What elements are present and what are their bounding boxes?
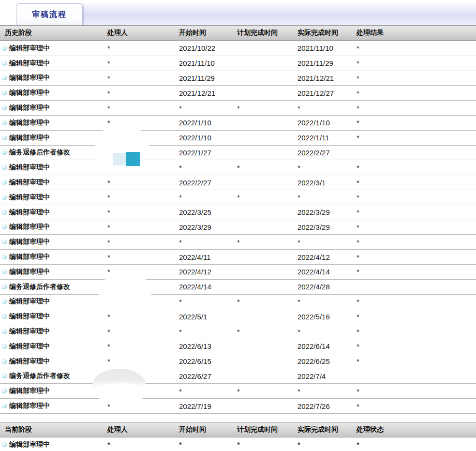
stage-bullet-icon <box>2 404 7 408</box>
result-cell: * <box>357 440 476 449</box>
stage-bullet-icon <box>2 270 7 274</box>
planned-time-cell: * <box>237 328 298 336</box>
stage-bullet-icon <box>2 314 7 319</box>
stage-label: 编务退修后作者修改 <box>9 283 70 291</box>
start-time-cell: 2022/4/12 <box>179 268 237 276</box>
handler-cell: * <box>107 238 179 246</box>
table-row: 编辑部审理中*2022/4/112022/4/12* <box>0 250 476 265</box>
stage-cell: 编辑部审理中 <box>0 193 107 202</box>
actual-time-cell: * <box>298 193 357 201</box>
stage-label: 编辑部审理中 <box>9 208 50 217</box>
handler-cell: * <box>107 208 179 216</box>
handler-cell: * <box>107 342 179 350</box>
actual-time-cell: 2022/4/28 <box>298 283 357 291</box>
stage-cell: 编辑部审理中 <box>0 297 107 306</box>
stage-bullet-icon <box>2 195 7 200</box>
result-cell: * <box>357 193 476 201</box>
table-row: 编辑部审理中*2022/5/12022/5/16* <box>0 309 476 324</box>
table-row: 编辑部审理中*2022/3/252022/3/29* <box>0 205 476 220</box>
actual-time-cell: * <box>298 328 357 336</box>
actual-time-cell: * <box>298 440 357 449</box>
result-cell: * <box>357 342 476 350</box>
actual-time-cell: * <box>298 387 357 395</box>
stage-label: 编辑部审理中 <box>9 44 50 53</box>
stage-label: 编务退修后作者修改 <box>9 148 70 157</box>
column-header-actual: 实际完成时间 <box>298 425 357 434</box>
table-row: 编辑部审理中***** <box>0 101 476 116</box>
stage-bullet-icon <box>2 105 7 110</box>
start-time-cell: 2022/6/15 <box>179 357 237 365</box>
column-header-current-stage: 当前阶段 <box>0 425 107 434</box>
table-row: 编辑部审理中***** <box>0 235 476 250</box>
actual-time-cell: 2022/3/29 <box>298 223 357 231</box>
planned-time-cell: * <box>237 193 298 201</box>
stage-label: 编辑部审理中 <box>9 178 50 187</box>
actual-time-cell: * <box>298 104 357 112</box>
history-table-rows: 编辑部审理中*2021/10/222021/11/10*编辑部审理中*2021/… <box>0 41 476 414</box>
stage-label: 编辑部审理中 <box>9 74 50 82</box>
start-time-cell: 2021/10/22 <box>179 44 237 52</box>
actual-time-cell: * <box>298 164 357 172</box>
stage-label: 编辑部审理中 <box>9 193 50 202</box>
stage-cell: 编辑部审理中 <box>0 134 107 142</box>
start-time-cell: 2022/6/27 <box>179 372 237 380</box>
stage-label: 编辑部审理中 <box>9 253 50 261</box>
handler-cell: * <box>107 253 179 261</box>
stage-cell: 编务退修后作者修改 <box>0 372 107 380</box>
start-time-cell: 2022/7/19 <box>179 402 237 410</box>
stage-bullet-icon <box>2 46 7 51</box>
stage-cell: 编辑部审理中 <box>0 44 107 53</box>
result-cell: * <box>357 298 476 306</box>
start-time-cell: * <box>179 104 237 112</box>
table-row: 编辑部审理中***** <box>0 190 476 205</box>
actual-time-cell: 2022/4/14 <box>298 268 357 276</box>
start-time-cell: * <box>179 328 237 336</box>
stage-cell: 编辑部审理中 <box>0 312 107 321</box>
actual-time-cell: 2021/12/21 <box>298 74 357 82</box>
stage-bullet-icon <box>2 135 7 140</box>
table-row: 编辑部审理中**** <box>0 160 476 175</box>
stage-label: 编辑部审理中 <box>9 119 50 127</box>
handler-cell: * <box>107 223 179 231</box>
stage-cell: 编辑部审理中 <box>0 253 107 261</box>
redaction-blob-handler-bottom-fill <box>95 383 147 403</box>
result-cell: * <box>357 402 476 410</box>
start-time-cell: 2021/11/29 <box>179 74 237 82</box>
stage-label: 编辑部审理中 <box>9 342 50 351</box>
stage-bullet-icon <box>2 165 7 170</box>
start-time-cell: 2022/5/1 <box>179 313 237 321</box>
current-table-rows: 编辑部审理中***** <box>0 437 476 451</box>
tab-review-process[interactable]: 审稿流程 <box>16 3 83 25</box>
start-time-cell: * <box>179 387 237 395</box>
handler-cell: * <box>107 89 179 97</box>
stage-label: 编辑部审理中 <box>9 238 50 246</box>
tab-review-process-label: 审稿流程 <box>32 10 67 20</box>
actual-time-cell: 2022/3/29 <box>298 208 357 216</box>
actual-time-cell: 2021/11/10 <box>298 44 357 52</box>
stage-label: 编辑部审理中 <box>9 327 50 336</box>
handler-cell: * <box>107 59 179 67</box>
table-row: 编辑部审理中*2022/6/132022/6/14* <box>0 339 476 354</box>
handler-cell: * <box>107 402 179 410</box>
stage-bullet-icon <box>2 344 7 349</box>
planned-time-cell: * <box>237 164 298 172</box>
result-cell: * <box>357 387 476 395</box>
planned-time-cell: * <box>237 440 298 449</box>
start-time-cell: * <box>179 298 237 306</box>
stage-cell: 编辑部审理中 <box>0 357 107 366</box>
stage-bullet-icon <box>2 120 7 125</box>
table-row: 编辑部审理中*2021/12/212021/12/27* <box>0 86 476 101</box>
table-row: 编辑部审理中*2021/11/102021/11/29* <box>0 56 476 71</box>
start-time-cell: * <box>179 440 237 449</box>
start-time-cell: 2022/1/10 <box>179 134 237 142</box>
actual-time-cell: 2022/6/14 <box>298 342 357 350</box>
redaction-square-teal <box>126 152 140 166</box>
history-table-header: 历史阶段 处理人 开始时间 计划完成时间 实际完成时间 处理结果 <box>0 25 476 41</box>
table-row: 编务退修后作者修改2022/6/272022/7/4 <box>0 369 476 384</box>
column-header-status: 处理状态 <box>357 425 476 434</box>
result-cell: * <box>357 74 476 82</box>
stage-bullet-icon <box>2 240 7 244</box>
actual-time-cell: 2022/2/27 <box>298 149 357 157</box>
stage-label: 编辑部审理中 <box>9 268 50 276</box>
actual-time-cell: 2022/6/25 <box>298 357 357 365</box>
